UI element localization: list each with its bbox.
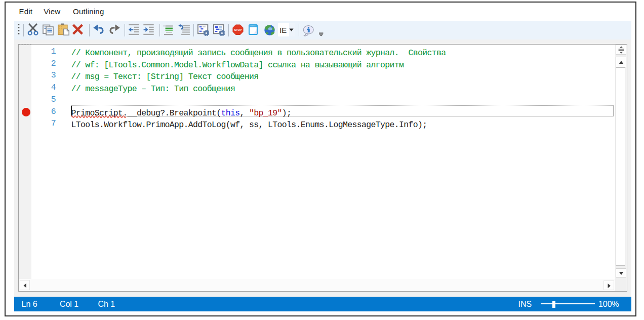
- svg-text:STOP: STOP: [234, 28, 242, 31]
